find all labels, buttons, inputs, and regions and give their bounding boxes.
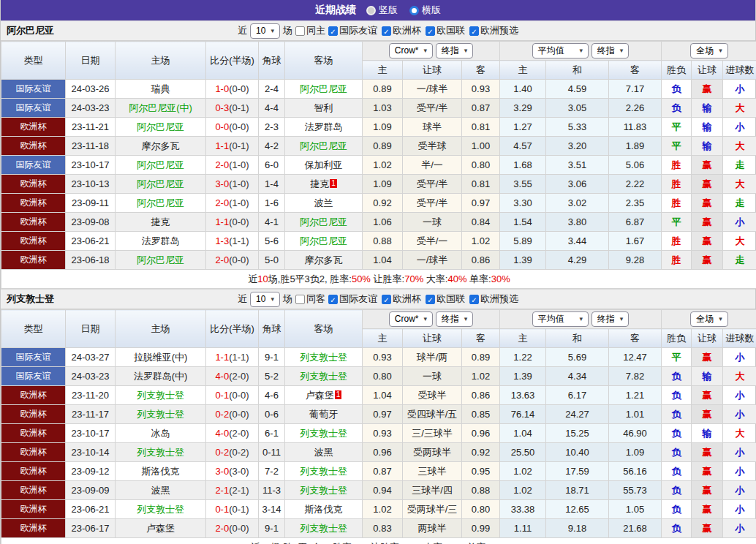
filter-checkbox-国际友谊[interactable]: ✓国际友谊 (328, 292, 377, 306)
checkbox-icon[interactable] (295, 26, 305, 36)
away-team[interactable]: 列支敦士登 (285, 462, 363, 481)
home-team[interactable]: 卢森堡 (116, 519, 206, 538)
checkbox-icon[interactable]: ✓ (469, 26, 479, 36)
checkbox-icon[interactable]: ✓ (382, 295, 391, 304)
home-team[interactable]: 捷克 (116, 213, 206, 232)
home-team[interactable]: 列支敦士登 (116, 386, 206, 405)
home-team[interactable]: 斯洛伐克 (116, 462, 206, 481)
competition-type[interactable]: 国际友谊 (1, 156, 66, 175)
final-odds-select-2[interactable]: 终指▾ (591, 43, 630, 58)
competition-type[interactable]: 欧洲杯 (1, 118, 66, 137)
competition-type[interactable]: 欧洲杯 (1, 424, 66, 443)
competition-type[interactable]: 欧洲杯 (1, 443, 66, 462)
home-team[interactable]: 列支敦士登 (116, 443, 206, 462)
checkbox-icon[interactable]: ✓ (382, 26, 391, 36)
final-odds-select[interactable]: 终指▾ (436, 311, 474, 327)
final-odds-select[interactable]: 终指▾ (436, 43, 474, 58)
competition-type[interactable]: 欧洲杯 (1, 194, 66, 213)
away-team[interactable]: 列支敦士登 (285, 348, 363, 367)
corners: 11-3 (259, 481, 285, 500)
competition-type[interactable]: 欧洲杯 (1, 386, 66, 405)
radio-horizontal-icon[interactable] (409, 6, 419, 15)
away-team[interactable]: 波黑 (285, 443, 363, 462)
final-odds-select-2[interactable]: 终指▾ (591, 311, 630, 327)
home-team[interactable]: 法罗群岛(中) (116, 367, 206, 386)
home-team[interactable]: 拉脱维亚(中) (116, 348, 206, 367)
checkbox-icon[interactable]: ✓ (426, 295, 435, 304)
away-team[interactable]: 列支敦士登 (285, 481, 363, 500)
away-team[interactable]: 列支敦士登 (285, 424, 363, 443)
competition-type[interactable]: 国际友谊 (1, 99, 66, 118)
filter-checkbox-欧洲预选[interactable]: ✓欧洲预选 (469, 292, 518, 306)
competition-type[interactable]: 欧洲杯 (1, 519, 66, 538)
away-team[interactable]: 法罗群岛 (285, 118, 363, 137)
competition-type[interactable]: 欧洲杯 (1, 462, 66, 481)
away-team[interactable]: 波兰 (285, 194, 363, 213)
same-venue-checkbox[interactable]: 同客 (295, 292, 325, 306)
home-team[interactable]: 冰岛 (116, 424, 206, 443)
home-team[interactable]: 波黑 (116, 481, 206, 500)
away-team[interactable]: 阿尔巴尼亚 (285, 213, 363, 232)
competition-type[interactable]: 欧洲杯 (1, 405, 66, 424)
filter-checkbox-国际友谊[interactable]: ✓国际友谊 (328, 24, 377, 37)
avg-draw-odds: 3.80 (546, 213, 609, 232)
filter-checkbox-欧洲预选[interactable]: ✓欧洲预选 (469, 24, 518, 37)
home-team[interactable]: 阿尔巴尼亚 (116, 194, 206, 213)
radio-vertical[interactable]: 竖版 (366, 4, 398, 17)
checkbox-icon[interactable]: ✓ (426, 26, 435, 36)
scope-select[interactable]: 全场▾ (690, 311, 728, 327)
competition-type[interactable]: 欧洲杯 (1, 137, 66, 156)
filter-checkbox-欧洲杯[interactable]: ✓欧洲杯 (382, 24, 421, 37)
competition-type[interactable]: 欧洲杯 (1, 251, 66, 270)
checkbox-icon[interactable] (295, 295, 305, 304)
competition-type[interactable]: 欧洲杯 (1, 500, 66, 519)
home-team[interactable]: 阿尔巴尼亚 (116, 251, 206, 270)
filter-checkbox-欧国联[interactable]: ✓欧国联 (426, 292, 465, 306)
radio-vertical-icon[interactable] (366, 6, 376, 15)
away-team[interactable]: 阿尔巴尼亚 (285, 137, 363, 156)
home-team[interactable]: 阿尔巴尼亚 (116, 118, 206, 137)
average-select[interactable]: 平均值 ▾ (532, 43, 589, 58)
home-team[interactable]: 法罗群岛 (116, 232, 206, 251)
match-count-select[interactable]: 10▾ (250, 292, 280, 307)
away-team[interactable]: 葡萄牙 (285, 405, 363, 424)
home-team[interactable]: 列支敦士登 (116, 500, 206, 519)
radio-horizontal[interactable]: 横版 (409, 4, 441, 17)
checkbox-icon[interactable]: ✓ (328, 26, 338, 36)
competition-type[interactable]: 国际友谊 (1, 367, 66, 386)
away-team[interactable]: 阿尔巴尼亚 (285, 80, 363, 99)
filter-checkbox-欧国联[interactable]: ✓欧国联 (426, 24, 465, 37)
competition-type[interactable]: 欧洲杯 (1, 232, 66, 251)
scope-select[interactable]: 全场▾ (690, 43, 728, 58)
away-team[interactable]: 卢森堡1 (285, 386, 363, 405)
home-team[interactable]: 列支敦士登 (116, 405, 206, 424)
handicap-line: 受两球半/三 (403, 500, 462, 519)
average-select[interactable]: 平均值 ▾ (532, 311, 589, 327)
home-team[interactable]: 摩尔多瓦 (116, 137, 206, 156)
checkbox-icon[interactable]: ✓ (328, 295, 338, 304)
away-team[interactable]: 列支敦士登 (285, 367, 363, 386)
away-team[interactable]: 斯洛伐克 (285, 500, 363, 519)
same-venue-checkbox[interactable]: 同主 (295, 24, 325, 37)
home-team[interactable]: 阿尔巴尼亚 (116, 175, 206, 194)
checkbox-icon[interactable]: ✓ (469, 295, 479, 304)
chevron-down-icon: ▾ (464, 45, 468, 56)
competition-type[interactable]: 国际友谊 (1, 348, 66, 367)
bookmaker-select[interactable]: Crow*▾ (389, 43, 433, 58)
away-team[interactable]: 捷克1 (285, 175, 363, 194)
match-count-select[interactable]: 10▾ (250, 23, 280, 39)
competition-type[interactable]: 欧洲杯 (1, 481, 66, 500)
competition-type[interactable]: 欧洲杯 (1, 213, 66, 232)
away-team[interactable]: 摩尔多瓦 (285, 251, 363, 270)
competition-type[interactable]: 国际友谊 (1, 80, 66, 99)
home-team[interactable]: 阿尔巴尼亚 (116, 156, 206, 175)
bookmaker-select[interactable]: Crow*▾ (389, 311, 433, 327)
away-team[interactable]: 阿尔巴尼亚 (285, 232, 363, 251)
away-team[interactable]: 列支敦士登 (285, 519, 363, 538)
away-team[interactable]: 智利 (285, 99, 363, 118)
home-team[interactable]: 阿尔巴尼亚(中) (116, 99, 206, 118)
away-team[interactable]: 保加利亚 (285, 156, 363, 175)
home-team[interactable]: 瑞典 (116, 80, 206, 99)
competition-type[interactable]: 欧洲杯 (1, 175, 66, 194)
filter-checkbox-欧洲杯[interactable]: ✓欧洲杯 (382, 292, 421, 306)
